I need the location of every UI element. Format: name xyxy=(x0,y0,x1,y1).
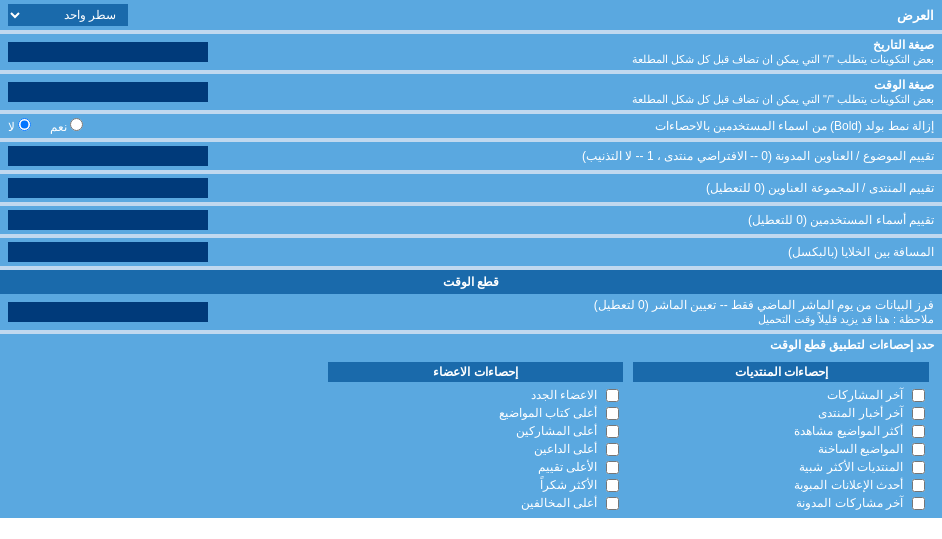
time-format-label: صيغة الوقت xyxy=(874,78,934,92)
stats-members-item-5: الأكثر شكراً xyxy=(328,476,624,494)
topic-sort-label: تقييم الموضوع / العناوين المدونة (0 -- ا… xyxy=(582,149,934,163)
time-format-row: صيغة الوقت بعض التكوينات يتطلب "/" التي … xyxy=(0,74,942,110)
stats-posts-item-5: أحدث الإعلانات المبوبة xyxy=(633,476,929,494)
topic-sort-input[interactable]: 33 xyxy=(8,146,208,166)
forum-sort-input[interactable]: 33 xyxy=(8,178,208,198)
stats-posts-check-3[interactable] xyxy=(912,443,925,456)
bold-yes-label: نعم xyxy=(50,120,67,134)
user-names-row: تقييم أسماء المستخدمين (0 للتعطيل) 0 xyxy=(0,206,942,234)
stats-posts-check-1[interactable] xyxy=(912,407,925,420)
stats-members-item-4: الأعلى تقييم xyxy=(328,458,624,476)
forum-sort-label: تقييم المنتدى / المجموعة العناوين (0 للت… xyxy=(706,181,934,195)
stats-posts-item-2: أكثر المواضيع مشاهدة xyxy=(633,422,929,440)
stats-members-check-0[interactable] xyxy=(606,389,619,402)
date-format-label: صيغة التاريخ xyxy=(873,38,934,52)
bold-no-radio[interactable] xyxy=(18,118,31,131)
stats-members-check-2[interactable] xyxy=(606,425,619,438)
forum-sort-row: تقييم المنتدى / المجموعة العناوين (0 للت… xyxy=(0,174,942,202)
cutoff-filter-label: فرز البيانات من يوم الماشر الماضي فقط --… xyxy=(594,298,934,312)
stats-members-item-0: الاعضاء الجدد xyxy=(328,386,624,404)
stats-members-item-2: أعلى المشاركين xyxy=(328,422,624,440)
cells-space-input[interactable]: 2 xyxy=(8,242,208,262)
stats-limit-row: حدد إحصاءات لتطبيق قطع الوقت xyxy=(0,334,942,356)
stats-members-check-1[interactable] xyxy=(606,407,619,420)
stats-posts-check-5[interactable] xyxy=(912,479,925,492)
cells-space-row: المسافة بين الخلايا (بالبكسل) 2 xyxy=(0,238,942,266)
stats-posts-item-4: المنتديات الأكثر شبية xyxy=(633,458,929,476)
cutoff-filter-row: فرز البيانات من يوم الماشر الماضي فقط --… xyxy=(0,294,942,330)
stats-posts-item-0: آخر المشاركات xyxy=(633,386,929,404)
time-format-desc: بعض التكوينات يتطلب "/" التي يمكن ان تضا… xyxy=(632,93,934,105)
time-format-input[interactable]: H:i xyxy=(8,82,208,102)
date-format-input[interactable]: d-m xyxy=(8,42,208,62)
stats-posts-item-6: آخر مشاركات المدونة xyxy=(633,494,929,512)
topic-sort-row: تقييم الموضوع / العناوين المدونة (0 -- ا… xyxy=(0,142,942,170)
bold-no-label: لا xyxy=(8,120,15,134)
page-title: العرض xyxy=(897,8,934,23)
stats-members-check-3[interactable] xyxy=(606,443,619,456)
user-names-label: تقييم أسماء المستخدمين (0 للتعطيل) xyxy=(748,213,934,227)
display-dropdown[interactable]: سطر واحد xyxy=(8,4,128,26)
bold-remove-row: إزالة نمط بولد (Bold) من اسماء المستخدمي… xyxy=(0,114,942,138)
stats-members-item-6: أعلى المخالفين xyxy=(328,494,624,512)
stats-members-check-5[interactable] xyxy=(606,479,619,492)
stats-posts-check-0[interactable] xyxy=(912,389,925,402)
stats-posts-item-1: آخر أخبار المنتدى xyxy=(633,404,929,422)
stats-posts-check-2[interactable] xyxy=(912,425,925,438)
stats-posts-check-6[interactable] xyxy=(912,497,925,510)
stats-members-item-1: أعلى كتاب المواضيع xyxy=(328,404,624,422)
cutoff-section-title: قطع الوقت xyxy=(443,275,499,289)
bold-yes-radio[interactable] xyxy=(70,118,83,131)
stats-posts-check-4[interactable] xyxy=(912,461,925,474)
cells-space-label: المسافة بين الخلايا (بالبكسل) xyxy=(788,245,934,259)
stats-limit-label: حدد إحصاءات لتطبيق قطع الوقت xyxy=(770,338,934,352)
stats-members-item-3: أعلى الداعين xyxy=(328,440,624,458)
user-names-input[interactable]: 0 xyxy=(8,210,208,230)
stats-posts-title: إحصاءات المنتديات xyxy=(735,365,828,379)
cutoff-filter-note: ملاحظة : هذا قد يزيد قليلاً وقت التحميل xyxy=(758,313,934,325)
stats-members-check-6[interactable] xyxy=(606,497,619,510)
date-format-row: صيغة التاريخ بعض التكوينات يتطلب "/" الت… xyxy=(0,34,942,70)
date-format-desc: بعض التكوينات يتطلب "/" التي يمكن ان تضا… xyxy=(632,53,934,65)
stats-members-check-4[interactable] xyxy=(606,461,619,474)
stats-posts-item-3: المواضيع الساخنة xyxy=(633,440,929,458)
cutoff-filter-input[interactable]: 0 xyxy=(8,302,208,322)
stats-members-title: إحصاءات الاعضاء xyxy=(433,365,517,379)
bold-remove-label: إزالة نمط بولد (Bold) من اسماء المستخدمي… xyxy=(655,119,934,133)
